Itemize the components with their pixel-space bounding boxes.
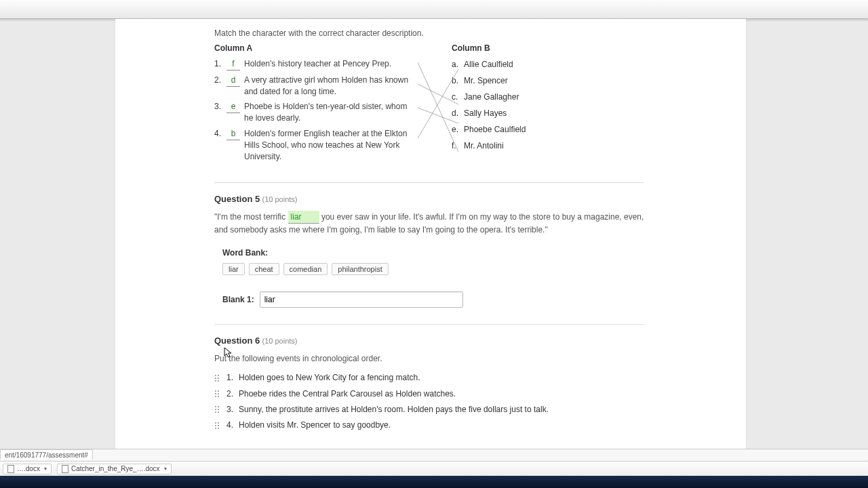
os-taskbar[interactable] xyxy=(0,476,868,488)
match-row: 3. e Phoebe is Holden's ten-year-old sis… xyxy=(214,101,418,124)
question-prompt: Put the following events in chronologica… xyxy=(214,352,644,365)
drag-handle-icon[interactable] xyxy=(214,405,220,413)
drag-handle-icon[interactable] xyxy=(214,422,220,430)
download-item[interactable]: Catcher_in_the_Rye_….docx ▾ xyxy=(57,464,172,474)
match-number: 4. xyxy=(214,128,225,140)
word-bank-title: Word Bank: xyxy=(222,248,644,258)
question-5: Question 5 (10 points) "I'm the most ter… xyxy=(214,194,644,308)
page-background: Match the character with the correct cha… xyxy=(0,19,868,449)
question-points: (10 points) xyxy=(262,337,298,345)
option-text: Allie Caulfield xyxy=(464,58,513,70)
divider xyxy=(214,324,644,325)
chevron-down-icon[interactable]: ▾ xyxy=(164,466,167,472)
order-item[interactable]: 2. Phoebe rides the Central Park Carouse… xyxy=(214,388,644,401)
fill-in-blank[interactable]: liar xyxy=(288,211,319,224)
option-row: a.Allie Caulfield xyxy=(452,58,574,70)
word-bank-item[interactable]: comedian xyxy=(283,263,328,275)
order-number: 1. xyxy=(226,371,239,384)
question-6: Question 6 (10 points) Put the following… xyxy=(214,336,644,432)
match-answer-blank[interactable]: e xyxy=(226,101,240,113)
match-row: 2. d A very attractive girl whom Holden … xyxy=(214,75,418,98)
question-points: (10 points) xyxy=(262,195,298,203)
order-number: 3. xyxy=(226,403,239,416)
blank-label: Blank 1: xyxy=(222,295,254,304)
order-item[interactable]: 3. Sunny, the prostitute arrives at Hold… xyxy=(214,403,644,416)
assessment-page: Match the character with the correct cha… xyxy=(115,19,746,449)
match-answer-blank[interactable]: b xyxy=(226,128,240,140)
browser-toolbar xyxy=(0,0,868,19)
order-item[interactable]: 4. Holden visits Mr. Spencer to say good… xyxy=(214,419,644,432)
match-text: Holden's former English teacher at the E… xyxy=(244,128,418,162)
column-b-header: Column B xyxy=(452,43,574,53)
download-item[interactable]: ….docx ▾ xyxy=(3,464,52,474)
option-text: Phoebe Caulfield xyxy=(464,123,526,136)
order-number: 2. xyxy=(226,388,239,401)
question-title: Question 5 xyxy=(214,194,260,204)
match-text: Holden's history teacher at Pencey Prep. xyxy=(244,58,418,70)
drag-handle-icon[interactable] xyxy=(214,390,220,398)
drag-handle-icon[interactable] xyxy=(214,374,220,382)
option-row: d.Sally Hayes xyxy=(452,107,574,119)
match-text: Phoebe is Holden's ten-year-old sister, … xyxy=(244,101,418,124)
ordering-list: 1. Holden goes to New York City for a fe… xyxy=(214,371,644,432)
question-title: Question 6 xyxy=(214,336,260,346)
order-number: 4. xyxy=(226,419,239,432)
quote-pre: "I'm the most terrific xyxy=(214,212,288,222)
download-filename: ….docx xyxy=(17,465,40,472)
document-icon xyxy=(62,465,68,473)
match-number: 2. xyxy=(214,75,225,86)
status-url: ent/16091777/assessment# xyxy=(0,449,93,460)
word-bank-item[interactable]: liar xyxy=(222,263,245,275)
blank-1-input[interactable] xyxy=(260,291,463,308)
matching-instruction: Match the character with the correct cha… xyxy=(214,28,644,38)
question-body: "I'm the most terrific liar you ever saw… xyxy=(214,211,644,236)
downloads-bar: ….docx ▾ Catcher_in_the_Rye_….docx ▾ xyxy=(0,461,868,476)
order-text: Phoebe rides the Central Park Carousel a… xyxy=(239,388,456,401)
order-text: Holden visits Mr. Spencer to say goodbye… xyxy=(239,419,391,432)
divider xyxy=(214,182,644,183)
option-row: e.Phoebe Caulfield xyxy=(452,123,574,136)
order-item[interactable]: 1. Holden goes to New York City for a fe… xyxy=(214,371,644,384)
column-a-header: Column A xyxy=(214,43,418,53)
word-bank: Word Bank: liar cheat comedian philanthr… xyxy=(222,248,644,275)
option-text: Mr. Antolini xyxy=(464,140,504,152)
chevron-down-icon[interactable]: ▾ xyxy=(44,466,47,472)
option-text: Mr. Spencer xyxy=(464,75,508,87)
option-row: b.Mr. Spencer xyxy=(452,75,574,87)
match-number: 3. xyxy=(214,101,225,113)
option-row: c.Jane Gallagher xyxy=(452,91,574,103)
match-text: A very attractive girl whom Holden has k… xyxy=(244,75,418,98)
matching-columns: Column A 1. f Holden's history teacher a… xyxy=(214,43,644,166)
match-row: 1. f Holden's history teacher at Pencey … xyxy=(214,58,418,70)
option-row: f.Mr. Antolini xyxy=(452,140,574,152)
match-number: 1. xyxy=(214,58,225,70)
match-row: 4. b Holden's former English teacher at … xyxy=(214,128,418,162)
order-text: Holden goes to New York City for a fenci… xyxy=(239,371,420,384)
order-text: Sunny, the prostitute arrives at Holden'… xyxy=(239,403,549,416)
option-text: Jane Gallagher xyxy=(464,91,519,103)
match-answer-blank[interactable]: f xyxy=(226,58,240,70)
browser-status-bar: ent/16091777/assessment# xyxy=(0,449,868,461)
download-filename: Catcher_in_the_Rye_….docx xyxy=(71,465,160,472)
word-bank-item[interactable]: philanthropist xyxy=(332,263,388,275)
word-bank-item[interactable]: cheat xyxy=(249,263,279,275)
option-text: Sally Hayes xyxy=(464,107,507,119)
document-icon xyxy=(7,465,14,473)
match-answer-blank[interactable]: d xyxy=(226,75,240,87)
